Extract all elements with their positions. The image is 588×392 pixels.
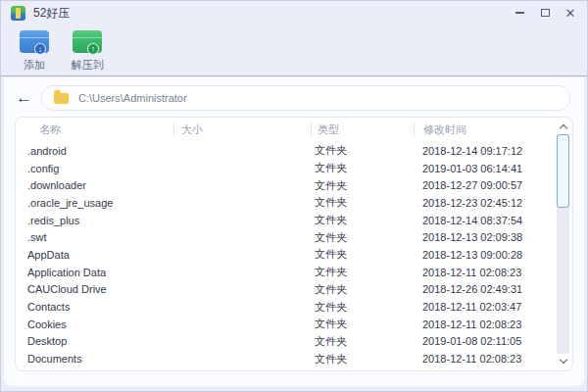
window-controls: ✕	[511, 4, 579, 22]
file-modified: 2018-12-23 02:45:12	[414, 197, 572, 209]
file-modified: 2018-12-13 09:00:28	[414, 249, 572, 261]
table-row[interactable]: .config 文件夹 2019-01-03 06:14:41	[16, 160, 572, 177]
file-type: 文件夹	[311, 230, 414, 245]
file-modified: 2018-12-13 02:09:38	[414, 231, 572, 243]
table-row[interactable]: Application Data 文件夹 2018-12-11 02:08:23	[16, 264, 572, 281]
file-name: Documents	[16, 353, 173, 365]
file-name: .downloader	[16, 179, 173, 191]
table-row[interactable]: Contacts 文件夹 2018-12-11 02:03:47	[16, 298, 572, 316]
scroll-down-button[interactable]	[556, 354, 570, 368]
file-name: .config	[16, 163, 173, 174]
app-logo-icon	[11, 6, 25, 21]
add-button-label: 添加	[24, 58, 45, 73]
archive-add-icon: ↓	[20, 30, 49, 53]
scrollbar[interactable]	[556, 120, 570, 368]
maximize-icon	[541, 9, 550, 17]
file-name: Desktop	[16, 335, 173, 347]
file-type: 文件夹	[311, 161, 414, 175]
file-name: .redis_plus	[16, 215, 173, 226]
maximize-button[interactable]	[536, 4, 554, 22]
file-modified: 2018-12-27 09:00:57	[414, 179, 572, 191]
file-type: 文件夹	[311, 352, 414, 367]
scroll-thumb[interactable]	[557, 134, 569, 208]
file-list: .android 文件夹 2018-12-14 09:17:12 .config…	[16, 142, 572, 368]
column-header-size[interactable]: 大小	[173, 118, 311, 142]
archive-extract-icon: ↑	[73, 30, 102, 53]
file-modified: 2018-12-11 02:03:47	[414, 301, 572, 313]
file-name: .android	[16, 145, 173, 157]
file-modified: 2018-12-14 08:37:54	[414, 215, 572, 226]
file-type: 文件夹	[311, 178, 414, 193]
app-window: 52好压 ✕ ↓ 添加 ↑ 解压到 ← C:\Users\Administr	[0, 0, 588, 392]
minimize-button[interactable]	[511, 4, 528, 22]
file-modified: 2019-01-08 02:11:05	[414, 335, 572, 347]
file-type: 文件夹	[311, 334, 414, 349]
file-type: 文件夹	[311, 300, 414, 315]
file-modified: 2018-12-11 02:08:23	[414, 318, 572, 330]
file-name: Cookies	[16, 318, 173, 330]
file-type: 文件夹	[311, 143, 414, 158]
file-name: .swt	[16, 231, 173, 243]
arrow-up-badge-icon: ↑	[87, 43, 99, 55]
file-type: 文件夹	[311, 317, 414, 331]
column-header-type[interactable]: 类型	[311, 118, 414, 142]
file-modified: 2019-01-03 06:14:41	[414, 163, 572, 174]
column-header-name[interactable]: 名称	[16, 118, 173, 142]
file-type: 文件夹	[311, 195, 414, 210]
file-type: 文件夹	[311, 282, 414, 297]
current-path: C:\Users\Administrator	[78, 92, 187, 104]
scroll-track[interactable]	[557, 134, 569, 354]
file-modified: 2018-12-14 09:17:12	[414, 145, 572, 157]
file-name: Application Data	[16, 267, 173, 278]
table-row[interactable]: Cookies 文件夹 2018-12-11 02:08:23	[16, 316, 572, 333]
file-modified: 2018-12-11 02:08:23	[414, 267, 572, 278]
scroll-up-button[interactable]	[556, 120, 570, 134]
file-name: AppData	[16, 249, 173, 261]
file-modified: 2018-12-26 02:49:31	[414, 283, 572, 295]
title-bar: 52好压 ✕	[1, 1, 587, 24]
table-row[interactable]: .redis_plus 文件夹 2018-12-14 08:37:54	[16, 212, 572, 229]
minimize-icon	[515, 12, 524, 14]
arrow-down-badge-icon: ↓	[34, 43, 46, 55]
table-header: 名称 大小 类型 修改时间	[16, 118, 572, 142]
close-icon: ✕	[565, 7, 576, 20]
file-type: 文件夹	[311, 265, 414, 279]
toolbar: ↓ 添加 ↑ 解压到	[1, 24, 587, 76]
table-row[interactable]: .android 文件夹 2018-12-14 09:17:12	[16, 142, 572, 160]
table-row[interactable]: Desktop 文件夹 2019-01-08 02:11:05	[16, 333, 572, 351]
table-row[interactable]: AppData 文件夹 2018-12-13 09:00:28	[16, 246, 572, 264]
folder-icon	[54, 93, 69, 104]
column-header-modified[interactable]: 修改时间	[414, 118, 572, 142]
table-row[interactable]: Documents 文件夹 2018-12-11 02:08:23	[16, 350, 572, 368]
table-row[interactable]: .swt 文件夹 2018-12-13 02:09:38	[16, 228, 572, 246]
extract-to-button[interactable]: ↑ 解压到	[66, 28, 109, 73]
file-panel: 名称 大小 类型 修改时间 .android 文件夹 2018-12-14 09…	[15, 117, 573, 371]
file-modified: 2018-12-11 02:08:23	[414, 353, 572, 365]
chevron-up-icon	[559, 124, 566, 132]
address-bar[interactable]: C:\Users\Administrator	[41, 85, 570, 111]
file-name: .oracle_jre_usage	[16, 197, 173, 209]
back-button[interactable]: ←	[16, 88, 41, 108]
extract-to-button-label: 解压到	[72, 58, 104, 73]
chevron-down-icon	[559, 356, 566, 364]
address-row: ← C:\Users\Administrator	[4, 77, 584, 111]
content-area: ← C:\Users\Administrator 名称 大小 类型 修改时间 .…	[4, 77, 584, 386]
file-name: Contacts	[16, 301, 173, 313]
window-title: 52好压	[33, 5, 70, 22]
file-name: CAUCloud Drive	[16, 283, 173, 295]
close-button[interactable]: ✕	[562, 4, 579, 22]
table-row[interactable]: .downloader 文件夹 2018-12-27 09:00:57	[16, 176, 572, 194]
add-button[interactable]: ↓ 添加	[13, 28, 56, 73]
table-row[interactable]: CAUCloud Drive 文件夹 2018-12-26 02:49:31	[16, 281, 572, 299]
file-type: 文件夹	[311, 247, 414, 262]
file-type: 文件夹	[311, 213, 414, 227]
table-row[interactable]: .oracle_jre_usage 文件夹 2018-12-23 02:45:1…	[16, 194, 572, 212]
